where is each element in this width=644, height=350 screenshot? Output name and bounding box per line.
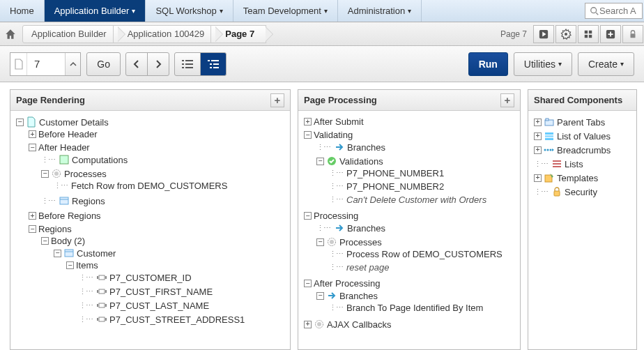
lock-button[interactable] [622, 25, 643, 43]
tree-node[interactable]: Processes [339, 237, 382, 248]
tree-node[interactable]: Lists [565, 159, 583, 169]
page-spinner[interactable] [65, 53, 80, 75]
tree-leaf[interactable]: P7_CUSTOMER_ID [109, 273, 192, 283]
tree-leaf[interactable]: Fetch Row from DEMO_CUSTOMERS [71, 181, 227, 191]
page-number[interactable]: 7 [27, 58, 65, 70]
next-page-button[interactable] [147, 52, 169, 76]
toggle-icon[interactable]: + [304, 321, 312, 328]
toggle-icon[interactable]: + [534, 132, 542, 140]
home-icon[interactable] [4, 28, 17, 40]
nav-home[interactable]: Home [0, 0, 45, 22]
dots-icon: ⋮⋯ [534, 160, 548, 169]
svg-point-53 [550, 149, 552, 151]
tree-view-button[interactable] [200, 52, 227, 76]
toggle-icon[interactable]: + [29, 212, 36, 220]
tree-node[interactable]: AJAX Callbacks [327, 319, 391, 330]
toggle-icon[interactable]: + [534, 146, 542, 154]
toggle-icon[interactable]: − [16, 119, 24, 126]
toggle-icon[interactable]: + [29, 130, 36, 138]
tree-node[interactable]: Before Header [38, 129, 98, 139]
chevron-down-icon: ▾ [132, 7, 135, 15]
svg-rect-16 [208, 60, 210, 61]
toggle-icon[interactable]: − [304, 212, 312, 220]
settings-button[interactable] [555, 25, 576, 43]
search-input[interactable] [599, 6, 638, 16]
tree-node[interactable]: Computations [72, 155, 128, 165]
tree-leaf[interactable]: Process Row of DEMO_CUSTOMERS [346, 249, 503, 259]
dots-icon: ⋮⋯ [54, 181, 68, 190]
toggle-icon[interactable]: − [316, 238, 324, 246]
tree-leaf[interactable]: Can't Delete Customer with Orders [346, 195, 486, 205]
tree-leaf[interactable]: P7_PHONE_NUMBER1 [346, 168, 444, 178]
svg-rect-13 [185, 63, 193, 65]
tree-leaf[interactable]: P7_CUST_LAST_NAME [109, 300, 209, 311]
list-view-button[interactable] [174, 52, 201, 76]
tree-node[interactable]: Branches [347, 223, 385, 234]
toggle-icon[interactable]: + [534, 119, 542, 126]
svg-rect-38 [99, 317, 105, 321]
toggle-icon[interactable]: − [54, 250, 61, 257]
toggle-icon[interactable]: − [304, 131, 312, 139]
tree-node[interactable]: Branches [339, 291, 378, 301]
chevron-down-icon: ▾ [620, 60, 624, 68]
tree-node[interactable]: After Header [38, 142, 90, 153]
tree-node[interactable]: Validating [314, 130, 353, 140]
tree-node[interactable]: Processes [64, 169, 107, 179]
tree-leaf[interactable]: P7_CUST_STREET_ADDRESS1 [109, 314, 245, 325]
toggle-icon[interactable]: − [316, 292, 324, 300]
crumb-application[interactable]: Application 100429 [113, 25, 217, 43]
toggle-icon[interactable]: − [29, 225, 36, 233]
tree-node[interactable]: Security [565, 187, 597, 197]
tree-node[interactable]: Regions [38, 224, 72, 234]
svg-point-3 [565, 33, 567, 36]
tree-leaf[interactable]: Branch To Page Identified By Item [346, 303, 483, 313]
tree-node[interactable]: Customer [77, 248, 116, 259]
tree-node[interactable]: Branches [347, 142, 385, 153]
tree-leaf[interactable]: reset page [346, 262, 389, 273]
add-button[interactable] [600, 25, 621, 43]
nav-buttons [126, 52, 169, 76]
prev-page-button[interactable] [125, 52, 148, 76]
tree-node[interactable]: Before Regions [38, 211, 101, 221]
tree-node[interactable]: List of Values [557, 131, 611, 142]
tree-node[interactable]: After Submit [314, 116, 364, 127]
add-processing-button[interactable]: + [500, 93, 514, 107]
run-button[interactable]: Run [468, 52, 508, 76]
grid-button[interactable] [578, 25, 599, 43]
tree-node[interactable]: Parent Tabs [557, 117, 605, 128]
tree-node[interactable]: Templates [557, 173, 598, 183]
tree-leaf[interactable]: P7_CUST_FIRST_NAME [109, 287, 213, 297]
nav-sql-workshop[interactable]: SQL Workshop▾ [146, 0, 233, 22]
create-button[interactable]: Create▾ [578, 52, 634, 76]
utilities-button[interactable]: Utilities▾ [514, 52, 572, 76]
toggle-icon[interactable]: − [66, 261, 74, 269]
tree-node[interactable]: Breadcrumbs [557, 145, 611, 155]
tree-node[interactable]: After Processing [314, 278, 380, 289]
crumb-app-builder[interactable]: Application Builder [22, 25, 118, 43]
toggle-icon[interactable]: − [316, 158, 324, 165]
add-rendering-button[interactable]: + [270, 93, 284, 107]
global-search[interactable] [585, 3, 643, 19]
tree-node[interactable]: Body (2) [51, 236, 85, 246]
toggle-icon[interactable]: + [534, 174, 542, 182]
tree-root[interactable]: Customer Details [39, 117, 109, 128]
tree-node[interactable]: Processing [314, 211, 358, 221]
tree-leaf[interactable]: P7_PHONE_NUMBER2 [346, 181, 444, 192]
go-button[interactable]: Go [86, 52, 121, 76]
tree-node[interactable]: Regions [72, 196, 105, 206]
toggle-icon[interactable]: − [41, 237, 49, 245]
nav-admin[interactable]: Administration▾ [338, 0, 422, 22]
toggle-icon[interactable]: − [304, 280, 312, 287]
computations-icon [59, 154, 70, 165]
nav-team-dev[interactable]: Team Development▾ [233, 0, 338, 22]
tree-node[interactable]: Validations [339, 156, 383, 167]
toggle-icon[interactable]: + [304, 118, 312, 125]
toggle-icon[interactable]: − [29, 144, 36, 151]
tree-node[interactable]: Items [76, 260, 98, 271]
nav-app-builder[interactable]: Application Builder▾ [45, 0, 146, 22]
toggle-icon[interactable]: − [41, 170, 49, 178]
svg-rect-29 [99, 275, 105, 280]
dots-icon: ⋮⋯ [316, 143, 330, 152]
shared-tree: +Parent Tabs +List of Values +Breadcrumb… [528, 111, 636, 349]
run-page-button[interactable] [533, 25, 554, 43]
